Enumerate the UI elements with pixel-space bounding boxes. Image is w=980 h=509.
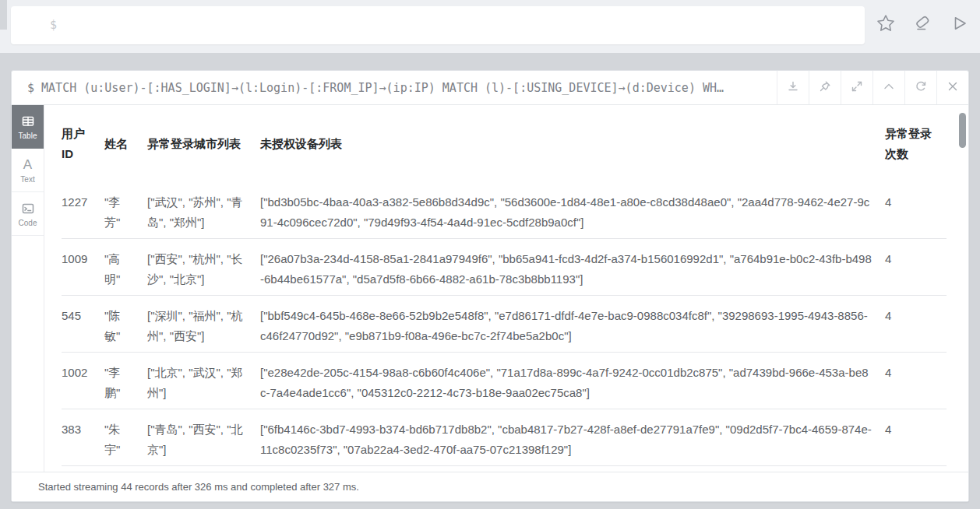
download-button[interactable]: [777, 71, 809, 104]
cell-devices: ["e28e42de-205c-4154-98a8-c6b60f4c406e",…: [260, 353, 885, 409]
editor-toolbar: [874, 12, 971, 37]
rerun-button[interactable]: [904, 71, 936, 104]
cell-cities: ["北京", "武汉", "郑州"]: [147, 353, 260, 409]
cell-name: "陈敏": [104, 296, 147, 353]
run-button[interactable]: [947, 12, 971, 37]
status-message: Started streaming 44 records after 326 m…: [38, 481, 359, 493]
query-editor[interactable]: $: [11, 6, 865, 44]
cell-name: "李鹏": [104, 353, 147, 409]
cell-cities: ["西安", "杭州", "长沙", "北京"]: [147, 239, 260, 296]
favorite-button[interactable]: [874, 12, 897, 37]
table-icon: [21, 114, 35, 129]
tab-text[interactable]: A Text: [12, 149, 44, 192]
table-row: 1227 "李芳" ["武汉", "苏州", "青岛", "郑州"] ["bd3…: [62, 182, 947, 239]
scrollbar-thumb[interactable]: [959, 113, 966, 148]
cell-count: 4: [885, 182, 947, 239]
tab-code[interactable]: Code: [12, 192, 44, 236]
star-icon: [875, 12, 897, 37]
cell-count: 4: [885, 239, 947, 296]
column-header-cities: 异常登录城市列表: [147, 105, 260, 182]
result-frame: $ MATCH (u:User)-[:HAS_LOGIN]→(l:Login)-…: [11, 70, 969, 502]
refresh-icon: [915, 80, 927, 96]
play-icon: [948, 12, 970, 37]
corner-notch: [0, 0, 7, 30]
frame-query-summary[interactable]: $ MATCH (u:User)-[:HAS_LOGIN]→(l:Login)-…: [12, 71, 777, 104]
cell-devices: ["6fb4146c-3bd7-4993-b374-bd6b717db8b2",…: [260, 409, 885, 466]
cell-cities: ["深圳", "福州", "杭州", "西安"]: [147, 296, 260, 353]
pin-button[interactable]: [809, 71, 841, 104]
cell-user-id: 1009: [62, 239, 104, 296]
cell-devices: ["bbf549c4-645b-468e-8e66-52b9b2e548f8",…: [260, 296, 885, 353]
column-header-count: 异常登录次数: [885, 105, 947, 182]
cell-count: 4: [885, 353, 947, 409]
editor-prompt: $: [50, 6, 57, 44]
frame-header: $ MATCH (u:User)-[:HAS_LOGIN]→(l:Login)-…: [12, 71, 968, 105]
cell-count: 4: [885, 409, 947, 466]
cell-user-id: 545: [62, 296, 104, 353]
column-header-devices: 未授权设备列表: [260, 105, 885, 182]
cell-name: "朱宇": [104, 409, 147, 466]
column-header-user-id: 用户 ID: [62, 105, 104, 182]
results-table: 用户 ID 姓名 异常登录城市列表 未授权设备列表 异常登录次数 1227 "李…: [62, 105, 947, 466]
table-header-row: 用户 ID 姓名 异常登录城市列表 未授权设备列表 异常登录次数: [62, 105, 947, 182]
column-header-name: 姓名: [104, 105, 147, 182]
table-body: 1227 "李芳" ["武汉", "苏州", "青岛", "郑州"] ["bd3…: [62, 182, 947, 466]
view-switcher: Table A Text Code: [12, 105, 44, 472]
cell-devices: ["bd3b05bc-4baa-40a3-a382-5e86b8d34d9c",…: [260, 182, 885, 239]
table-view: 用户 ID 姓名 异常登录城市列表 未授权设备列表 异常登录次数 1227 "李…: [44, 105, 968, 472]
pin-icon: [819, 80, 831, 96]
frame-body: Table A Text Code: [12, 105, 968, 472]
table-row: 1009 "高明" ["西安", "杭州", "长沙", "北京"] ["26a…: [62, 239, 947, 296]
chevron-up-icon: [883, 80, 895, 96]
close-icon: [947, 80, 959, 96]
text-icon: A: [23, 157, 32, 173]
code-icon: [21, 201, 35, 216]
cell-user-id: 383: [62, 409, 104, 466]
download-icon: [787, 80, 799, 96]
cell-user-id: 1002: [62, 353, 104, 409]
tab-code-label: Code: [19, 219, 37, 227]
status-bar: Started streaming 44 records after 326 m…: [12, 472, 968, 501]
cell-name: "李芳": [104, 182, 147, 239]
cell-name: "高明": [104, 239, 147, 296]
fullscreen-button[interactable]: [841, 71, 872, 104]
editor-band: $: [0, 0, 980, 53]
cell-count: 4: [885, 296, 947, 353]
tab-table-label: Table: [19, 132, 37, 140]
cell-cities: ["青岛", "西安", "北京"]: [147, 409, 260, 466]
cell-user-id: 1227: [62, 182, 104, 239]
tab-text-label: Text: [20, 175, 34, 184]
table-row: 383 "朱宇" ["青岛", "西安", "北京"] ["6fb4146c-3…: [62, 409, 947, 466]
eraser-icon: [911, 12, 933, 37]
tab-table[interactable]: Table: [12, 105, 44, 149]
cell-cities: ["武汉", "苏州", "青岛", "郑州"]: [147, 182, 260, 239]
clear-button[interactable]: [911, 12, 934, 37]
table-row: 545 "陈敏" ["深圳", "福州", "杭州", "西安"] ["bbf5…: [62, 296, 947, 353]
cell-devices: ["26a07b3a-234d-4158-85a1-2841a97949f6",…: [260, 239, 885, 296]
close-frame-button[interactable]: [936, 71, 968, 104]
table-row: 1002 "李鹏" ["北京", "武汉", "郑州"] ["e28e42de-…: [62, 353, 947, 409]
expand-icon: [851, 80, 863, 96]
collapse-button[interactable]: [872, 71, 904, 104]
